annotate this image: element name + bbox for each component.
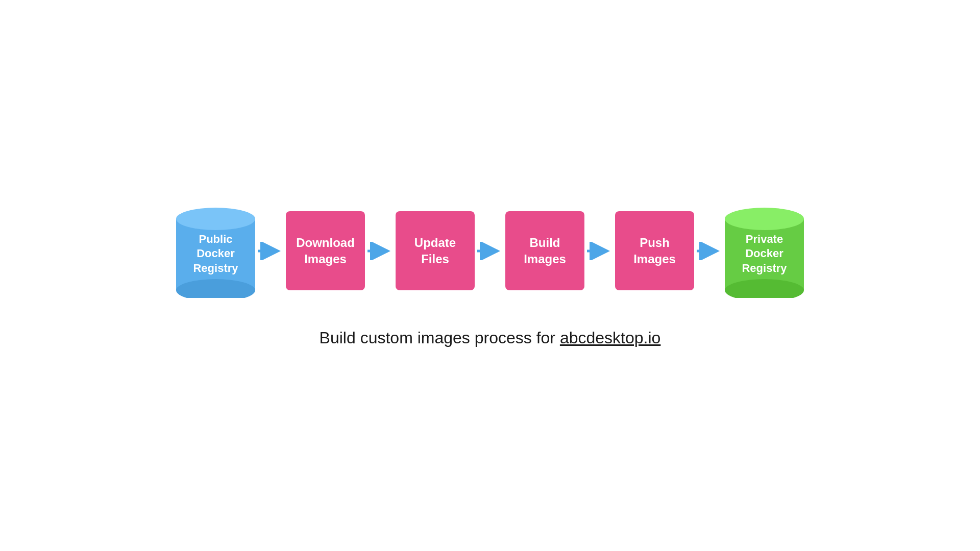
private-registry-label: PrivateDockerRegistry [742,232,787,276]
main-content: PublicDockerRegistry DownloadImages [176,204,804,347]
arrow-5 [694,242,725,260]
caption: Build custom images process for abcdeskt… [320,329,661,347]
push-images-box: PushImages [615,211,694,290]
public-registry-label: PublicDockerRegistry [193,232,238,276]
caption-link[interactable]: abcdesktop.io [560,329,660,347]
svg-point-2 [176,208,255,230]
arrow-4 [584,242,615,260]
caption-text-before: Build custom images process for [320,329,560,347]
arrow-1 [255,242,286,260]
push-images-label: PushImages [633,235,676,266]
build-images-box: BuildImages [505,211,584,290]
diagram: PublicDockerRegistry DownloadImages [176,204,804,298]
public-registry-cylinder: PublicDockerRegistry [176,204,255,298]
update-files-box: UpdateFiles [396,211,475,290]
build-images-label: BuildImages [524,235,566,266]
download-images-label: DownloadImages [296,235,355,266]
private-registry-cylinder: PrivateDockerRegistry [725,204,804,298]
download-images-box: DownloadImages [286,211,365,290]
svg-point-15 [725,208,804,230]
arrow-3 [475,242,505,260]
arrow-2 [365,242,396,260]
update-files-label: UpdateFiles [414,235,456,266]
